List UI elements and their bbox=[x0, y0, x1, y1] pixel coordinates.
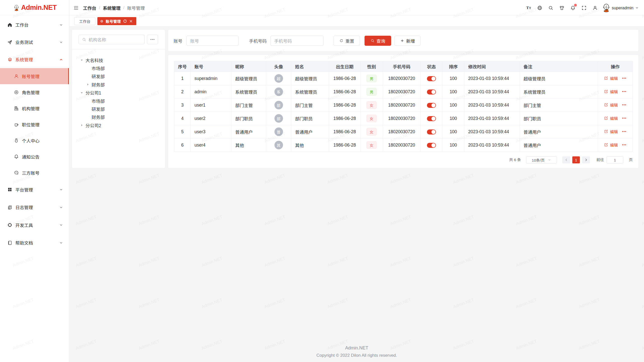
svg-text:T: T bbox=[529, 6, 531, 10]
svg-text:T: T bbox=[526, 6, 529, 10]
